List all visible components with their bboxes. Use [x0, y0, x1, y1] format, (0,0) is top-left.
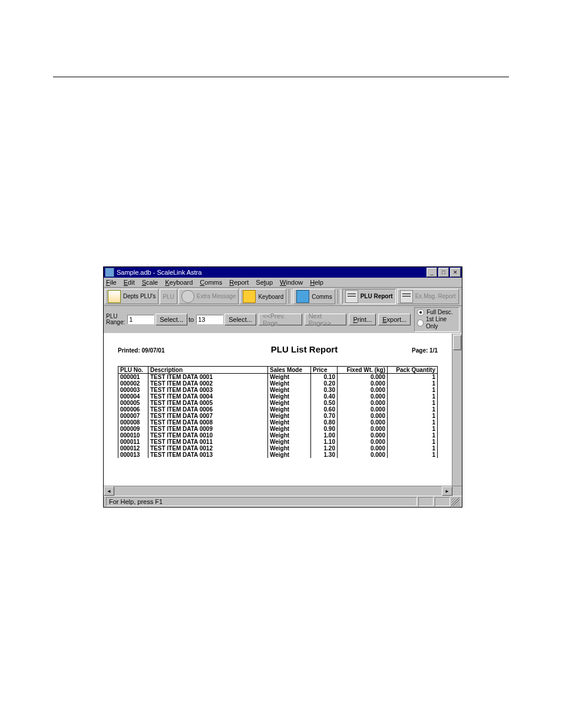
cell-price: 0.20	[311, 380, 338, 387]
cell-packqty: 1	[388, 419, 438, 426]
menu-window[interactable]: Window	[280, 279, 303, 286]
cell-salesmode: Weight	[268, 387, 311, 393]
first-line-radio[interactable]: 1st Line Only	[417, 316, 457, 330]
cell-fixedwt: 0.000	[338, 374, 388, 381]
cell-price: 0.30	[311, 387, 338, 393]
select-from-button[interactable]: Select...	[156, 314, 187, 325]
range-from-input[interactable]	[127, 315, 154, 324]
horizontal-scrollbar[interactable]: ◄ ►	[104, 486, 462, 496]
cell-description: TEST ITEM DATA 0009	[148, 426, 268, 432]
cell-fixedwt: 0.000	[338, 400, 388, 406]
menu-keyboard[interactable]: Keyboard	[165, 279, 193, 286]
cell-fixedwt: 0.000	[338, 393, 388, 400]
cell-pluno: 000003	[118, 387, 148, 393]
plu-report-button[interactable]: PLU Report	[342, 289, 396, 304]
cell-pluno: 000012	[118, 445, 148, 452]
comms-button[interactable]: Comms	[293, 289, 335, 304]
col-salesmode: Sales Mode	[268, 367, 311, 374]
status-cell-1	[418, 497, 434, 506]
extra-message-button[interactable]: Extra Message	[178, 289, 239, 304]
minimize-button[interactable]: _	[427, 268, 437, 277]
prev-page-button[interactable]: <<Prev. Page	[259, 314, 302, 325]
depts-plu-label: Depts PLU's	[123, 294, 156, 299]
cell-packqty: 1	[388, 439, 438, 445]
cell-pluno: 000002	[118, 380, 148, 387]
report-page-number: Page: 1/1	[391, 347, 438, 354]
cell-description: TEST ITEM DATA 0001	[148, 374, 268, 381]
cell-price: 0.10	[311, 374, 338, 381]
report-icon	[345, 290, 358, 303]
comms-label: Comms	[312, 294, 332, 300]
keyboard-icon	[243, 290, 256, 303]
cell-fixedwt: 0.000	[338, 380, 388, 387]
cell-salesmode: Weight	[268, 432, 311, 439]
menubar: File Edit Scale Keyboard Comms Report Se…	[104, 278, 462, 288]
menu-file[interactable]: File	[106, 279, 117, 286]
scroll-right-button[interactable]: ►	[442, 486, 452, 496]
cell-salesmode: Weight	[268, 452, 311, 458]
range-to-input[interactable]	[196, 315, 223, 324]
full-desc-radio[interactable]: Full Desc.	[417, 309, 457, 316]
vertical-scrollbar[interactable]	[452, 334, 462, 486]
table-row: 000010TEST ITEM DATA 0010Weight1.000.000…	[118, 432, 438, 439]
table-header-row: PLU No. Description Sales Mode Price Fix…	[118, 367, 438, 374]
menu-setup[interactable]: Setup	[256, 279, 273, 286]
cell-pluno: 000006	[118, 406, 148, 413]
col-price: Price	[311, 367, 338, 374]
depts-plu-button[interactable]: Depts PLU's	[105, 289, 158, 304]
scroll-left-button[interactable]: ◄	[104, 486, 114, 496]
hscroll-track[interactable]	[114, 486, 442, 496]
cell-pluno: 000011	[118, 439, 148, 445]
resize-grip-icon[interactable]	[451, 498, 459, 506]
table-row: 000003TEST ITEM DATA 0003Weight0.300.000…	[118, 387, 438, 393]
cell-packqty: 1	[388, 393, 438, 400]
report-viewport: Printed: 09/07/01 PLU List Report Page: …	[104, 334, 462, 486]
cell-packqty: 1	[388, 374, 438, 381]
next-page-button[interactable]: Next Page>>	[305, 314, 347, 325]
scrollbar-thumb[interactable]	[453, 335, 461, 350]
cell-description: TEST ITEM DATA 0007	[148, 413, 268, 419]
menu-comms[interactable]: Comms	[200, 279, 222, 286]
cell-price: 0.40	[311, 393, 338, 400]
close-button[interactable]: ✕	[450, 268, 461, 277]
col-fixedwt: Fixed Wt. (kg)	[338, 367, 388, 374]
radio-on-icon	[417, 309, 424, 316]
cell-packqty: 1	[388, 426, 438, 432]
scroll-corner	[452, 486, 462, 496]
cell-pluno: 000007	[118, 413, 148, 419]
report-page: Printed: 09/07/01 PLU List Report Page: …	[104, 334, 452, 486]
cell-packqty: 1	[388, 445, 438, 452]
cell-salesmode: Weight	[268, 426, 311, 432]
cell-packqty: 1	[388, 400, 438, 406]
cell-salesmode: Weight	[268, 445, 311, 452]
cell-fixedwt: 0.000	[338, 419, 388, 426]
table-row: 000011TEST ITEM DATA 0011Weight1.100.000…	[118, 439, 438, 445]
plu-report-label: PLU Report	[361, 294, 393, 299]
menu-scale[interactable]: Scale	[142, 279, 158, 286]
print-button[interactable]: Print...	[349, 314, 376, 325]
export-button[interactable]: Export...	[378, 314, 411, 325]
menu-edit[interactable]: Edit	[124, 279, 135, 286]
menu-help[interactable]: Help	[310, 279, 323, 286]
keyboard-button[interactable]: Keyboard	[240, 289, 286, 304]
table-row: 000013TEST ITEM DATA 0013Weight1.300.000…	[118, 452, 438, 458]
cell-description: TEST ITEM DATA 0013	[148, 452, 268, 458]
cell-fixedwt: 0.000	[338, 387, 388, 393]
radio-off-icon	[417, 319, 424, 327]
app-window: Sample.adb - ScaleLink Astra _ □ ✕ File …	[103, 266, 462, 508]
exmsg-report-button[interactable]: Ex.Msg. Report	[397, 289, 459, 304]
plu-label: PLU	[163, 294, 174, 300]
plu-range-label: PLU Range:	[106, 314, 125, 325]
cell-description: TEST ITEM DATA 0002	[148, 380, 268, 387]
select-to-button[interactable]: Select...	[224, 314, 256, 325]
to-label: to	[189, 316, 194, 323]
cell-fixedwt: 0.000	[338, 432, 388, 439]
status-cell-2	[435, 497, 450, 506]
cell-pluno: 000001	[118, 374, 148, 381]
maximize-button[interactable]: □	[438, 268, 449, 277]
cell-pluno: 000004	[118, 393, 148, 400]
table-row: 000008TEST ITEM DATA 0008Weight0.800.000…	[118, 419, 438, 426]
plu-button[interactable]: PLU	[160, 289, 177, 304]
menu-report[interactable]: Report	[229, 279, 249, 286]
exmsg-report-label: Ex.Msg. Report	[415, 294, 456, 299]
